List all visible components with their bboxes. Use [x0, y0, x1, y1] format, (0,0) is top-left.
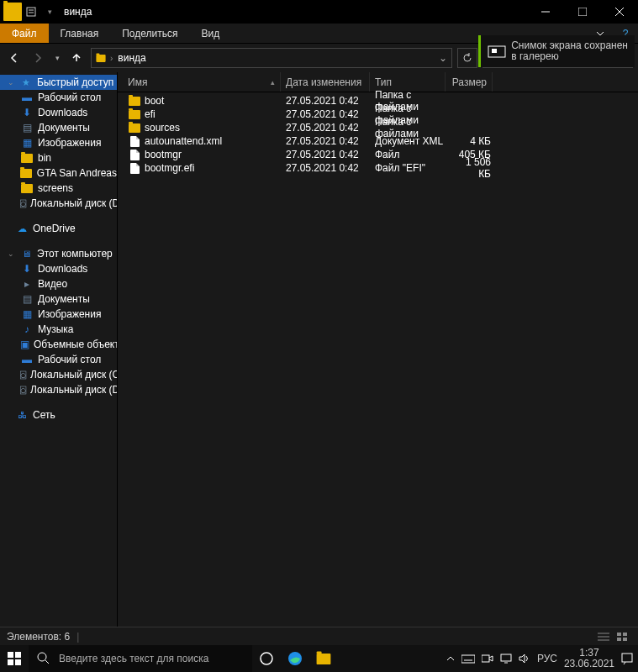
- taskbar-cortana[interactable]: [252, 645, 281, 672]
- screenshot-icon: [488, 44, 506, 59]
- file-row[interactable]: autounattend.xml27.05.2021 0:42Документ …: [118, 134, 638, 148]
- taskbar-search[interactable]: Введите здесь текст для поиска: [29, 645, 252, 672]
- sidebar-onedrive[interactable]: ☁OneDrive: [0, 221, 117, 236]
- nav-back-button[interactable]: [5, 49, 24, 67]
- view-details-button[interactable]: [594, 629, 613, 644]
- sidebar-pc-item[interactable]: ⌼Локальный диск (D:): [0, 382, 117, 397]
- sidebar-quick-item[interactable]: GTA San Andreas: [0, 165, 117, 181]
- tray-language[interactable]: РУС: [537, 653, 557, 664]
- drive-icon: ⌼: [20, 368, 26, 381]
- view-icons-button[interactable]: [613, 629, 631, 644]
- explorer-window: ▾ винда Файл Главная Поделиться Вид ? ▾ …: [0, 0, 638, 645]
- folder-icon: [20, 151, 34, 165]
- tab-view[interactable]: Вид: [189, 24, 231, 43]
- svg-rect-4: [578, 8, 587, 16]
- tab-home[interactable]: Главная: [49, 24, 111, 43]
- nav-up-button[interactable]: [67, 49, 86, 67]
- nav-history-button[interactable]: ▾: [52, 49, 62, 67]
- folder-icon: [128, 110, 141, 119]
- minimize-button[interactable]: [527, 0, 564, 24]
- start-button[interactable]: [0, 645, 29, 672]
- column-size[interactable]: Размер: [446, 72, 493, 92]
- refresh-button[interactable]: [457, 48, 477, 68]
- svg-point-20: [38, 653, 46, 661]
- item-count: Элементов: 6: [7, 631, 70, 643]
- sidebar-this-pc[interactable]: ⌄🖥Этот компьютер: [0, 246, 117, 261]
- qat-folder-icon: [3, 3, 22, 21]
- file-row[interactable]: sources27.05.2021 0:42Папка с файлами: [118, 121, 638, 134]
- maximize-button[interactable]: [564, 0, 601, 24]
- sidebar-quick-item[interactable]: ⌼Локальный диск (D:): [0, 196, 117, 211]
- file-row[interactable]: bootmgr27.05.2021 0:42Файл405 КБ: [118, 148, 638, 161]
- svg-rect-24: [461, 655, 475, 663]
- sidebar-quick-item[interactable]: ▤Документы: [0, 120, 117, 135]
- file-row[interactable]: bootmgr.efi27.05.2021 0:42Файл "EFI"1 50…: [118, 161, 638, 175]
- folder-icon: [128, 97, 141, 106]
- tray-notifications-icon[interactable]: [621, 653, 633, 664]
- sidebar-quick-item[interactable]: bin: [0, 150, 117, 165]
- svg-rect-16: [8, 652, 13, 658]
- address-dropdown-button[interactable]: ⌄: [435, 52, 451, 64]
- sidebar-pc-item[interactable]: ▬Рабочий стол: [0, 352, 117, 367]
- svg-rect-18: [8, 659, 13, 665]
- tray-keyboard-icon[interactable]: [461, 654, 475, 664]
- address-folder-icon: [92, 54, 110, 63]
- file-icon: [128, 136, 141, 147]
- tray-network-icon[interactable]: [500, 654, 512, 664]
- taskbar-explorer[interactable]: [309, 645, 338, 672]
- tab-share[interactable]: Поделиться: [110, 24, 189, 43]
- qat-properties-icon[interactable]: [22, 3, 40, 21]
- file-icon: [128, 150, 141, 160]
- downloads-icon: ⬇: [20, 262, 34, 276]
- sidebar-pc-item[interactable]: ▸Видео: [0, 276, 117, 291]
- pictures-icon: ▦: [20, 307, 34, 321]
- svg-rect-8: [492, 49, 497, 53]
- svg-rect-27: [501, 654, 511, 661]
- sidebar-network[interactable]: 🖧Сеть: [0, 407, 117, 423]
- tray-meetnow-icon[interactable]: [482, 654, 493, 664]
- svg-rect-15: [623, 638, 627, 641]
- 3d-icon: ▣: [20, 338, 29, 351]
- tray-clock[interactable]: 1:37 23.06.2021: [564, 648, 614, 669]
- pc-icon: 🖥: [19, 247, 33, 260]
- tray-overflow-icon[interactable]: [446, 654, 455, 663]
- column-name[interactable]: Имя▴: [123, 72, 281, 92]
- svg-point-22: [261, 653, 272, 664]
- column-date[interactable]: Дата изменения: [281, 72, 370, 92]
- sidebar-pc-item[interactable]: ♪Музыка: [0, 322, 117, 337]
- notification-line2: в галерею: [511, 51, 628, 62]
- sidebar-pc-item[interactable]: ⬇Downloads: [0, 261, 117, 276]
- desktop-icon: ▬: [20, 353, 34, 366]
- tray-volume-icon[interactable]: [519, 654, 530, 664]
- search-icon: [37, 652, 50, 665]
- sidebar-quick-item[interactable]: ⬇Downloads: [0, 105, 117, 120]
- close-button[interactable]: [601, 0, 638, 24]
- sidebar-pc-item[interactable]: ▤Документы: [0, 291, 117, 307]
- svg-rect-12: [617, 633, 621, 636]
- taskbar-edge[interactable]: [281, 645, 309, 672]
- tab-file[interactable]: Файл: [0, 24, 49, 43]
- sidebar-quick-item[interactable]: ▬Рабочий стол: [0, 90, 117, 105]
- file-rows: boot27.05.2021 0:42Папка с файламиefi27.…: [118, 92, 638, 627]
- drive-icon: ⌼: [20, 383, 26, 396]
- folder-icon: [128, 123, 141, 133]
- drive-icon: ⌼: [20, 197, 26, 210]
- documents-icon: ▤: [20, 292, 34, 306]
- svg-rect-19: [15, 659, 21, 665]
- sidebar-quick-item[interactable]: screens: [0, 181, 117, 196]
- sidebar-quick-item[interactable]: ▦Изображения: [0, 135, 117, 150]
- folder-icon: [20, 166, 33, 180]
- svg-rect-29: [622, 654, 632, 662]
- address-bar[interactable]: › винда ⌄: [91, 48, 452, 68]
- qat-dropdown-icon[interactable]: ▾: [40, 3, 59, 21]
- screenshot-notification[interactable]: Снимок экрана сохранен в галерею: [478, 35, 635, 67]
- sidebar-pc-item[interactable]: ▣Объемные объекты: [0, 337, 117, 352]
- breadcrumb-current[interactable]: винда: [113, 52, 150, 64]
- sidebar-pc-item[interactable]: ⌼Локальный диск (C:): [0, 367, 117, 382]
- navigation-sidebar: ⌄★Быстрый доступ ▬Рабочий стол⬇Downloads…: [0, 72, 118, 627]
- file-list-pane: Имя▴ Дата изменения Тип Размер boot27.05…: [118, 72, 638, 627]
- star-icon: ★: [19, 76, 33, 89]
- sidebar-quick-access[interactable]: ⌄★Быстрый доступ: [0, 75, 117, 90]
- sidebar-pc-item[interactable]: ▦Изображения: [0, 307, 117, 322]
- nav-forward-button[interactable]: [29, 49, 47, 67]
